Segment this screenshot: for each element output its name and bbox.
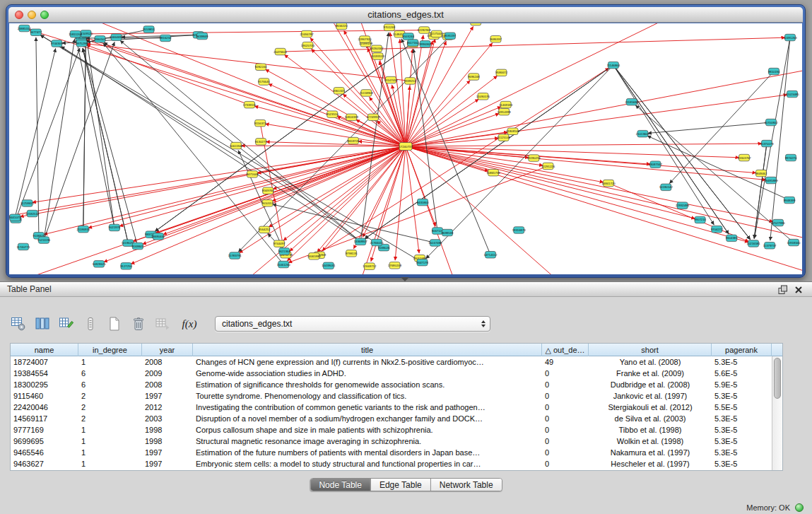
svg-text:9696248: 9696248: [468, 75, 480, 78]
table-row[interactable]: 2242004622012Investigating the contribut…: [11, 402, 772, 413]
window-titlebar[interactable]: citations_edges.txt: [8, 7, 803, 23]
table-panel: Table Panel f(x): [0, 281, 812, 514]
close-panel-icon[interactable]: [794, 285, 804, 295]
svg-text:20593519: 20593519: [371, 54, 385, 58]
svg-text:14065980: 14065980: [307, 255, 322, 258]
svg-text:17339111: 17339111: [243, 103, 257, 107]
svg-text:15061260: 15061260: [277, 263, 291, 267]
scrollbar-thumb[interactable]: [774, 358, 781, 399]
svg-text:12282909: 12282909: [418, 28, 432, 32]
column-header-short[interactable]: short: [589, 344, 712, 356]
column-header-title[interactable]: title: [193, 344, 542, 356]
svg-text:12527996: 12527996: [771, 221, 785, 225]
row-options-icon[interactable]: [82, 315, 99, 332]
table-cell-title: Disruption of a novel member of a sodium…: [193, 413, 542, 424]
column-header-in_degree[interactable]: in_degree: [78, 344, 142, 356]
table-cell-name: 18300295: [11, 379, 78, 390]
svg-text:9907210: 9907210: [694, 218, 706, 221]
svg-text:9378613: 9378613: [470, 23, 482, 24]
show-columns-icon[interactable]: [34, 315, 51, 332]
svg-text:9974270: 9974270: [785, 156, 797, 160]
column-header-filler: [772, 344, 782, 356]
table-row[interactable]: 946362711997Embryonic stem cells: a mode…: [11, 458, 772, 469]
table-cell-year: 2003: [142, 413, 193, 424]
table-row[interactable]: 1938455462009Genome-wide association stu…: [11, 368, 772, 379]
table-row[interactable]: 1872400712008Changes of HCN gene express…: [11, 356, 772, 368]
svg-text:15783791: 15783791: [228, 254, 242, 257]
create-column-icon[interactable]: [106, 315, 123, 332]
svg-text:9798135: 9798135: [346, 252, 358, 255]
table-vertical-scrollbar[interactable]: [772, 356, 782, 470]
svg-text:12749919: 12749919: [366, 115, 380, 119]
svg-text:21186916: 21186916: [76, 228, 90, 231]
svg-text:15811204: 15811204: [69, 33, 82, 36]
tab-node-table[interactable]: Node Table: [310, 479, 370, 491]
column-header-year[interactable]: year: [142, 344, 193, 356]
delete-column-icon[interactable]: [130, 315, 147, 332]
table-cell-year: 1998: [142, 436, 193, 447]
table-cell-short: Dudbridge et al. (2008): [589, 379, 712, 390]
svg-text:19260567: 19260567: [370, 47, 384, 50]
tab-edge-table[interactable]: Edge Table: [370, 479, 430, 491]
table-row[interactable]: 977716911998Corpus callosum shape and si…: [11, 424, 772, 436]
column-header-out_degree[interactable]: △ out_de…: [542, 344, 589, 356]
table-row[interactable]: 1830029562008Estimation of significance …: [11, 379, 772, 390]
svg-text:9996362: 9996362: [419, 42, 431, 46]
edit-columns-icon[interactable]: [58, 315, 75, 332]
import-table-icon[interactable]: [154, 315, 171, 332]
svg-text:9347178: 9347178: [416, 261, 428, 264]
svg-text:9744497: 9744497: [273, 242, 286, 245]
table-cell-name: 9115460: [11, 390, 78, 402]
table-cell-short: Stergiakouli et al. (2012): [589, 402, 712, 413]
table-row[interactable]: 969969511998Structural magnetic resonanc…: [11, 436, 772, 447]
table-cell-pagerank: 5.5E-5: [712, 402, 772, 413]
fx-label: f(x): [182, 318, 197, 330]
svg-text:22932496: 22932496: [676, 204, 690, 207]
network-canvas[interactable]: 1724073719012482176802081266971297981351…: [9, 23, 802, 274]
svg-text:10828625: 10828625: [92, 262, 106, 266]
svg-text:23885554: 23885554: [18, 27, 32, 30]
table-row[interactable]: 946554611997Estimation of the future num…: [11, 447, 772, 458]
svg-text:9564252: 9564252: [259, 228, 271, 231]
table-cell-year: 2009: [142, 368, 193, 379]
svg-text:11090576: 11090576: [476, 95, 490, 98]
node-table: namein_degreeyeartitle△ out_de…shortpage…: [10, 343, 783, 471]
svg-text:13303767: 13303767: [737, 156, 751, 160]
svg-text:9523510: 9523510: [326, 112, 339, 116]
column-header-name[interactable]: name: [11, 344, 78, 356]
table-cell-short: Jankovic et al. (1997): [589, 390, 712, 402]
svg-text:14714112: 14714112: [484, 253, 498, 257]
table-cell-out_degree: 0: [542, 447, 589, 458]
table-mode-icon[interactable]: [10, 315, 27, 332]
memory-status-label: Memory: OK: [746, 503, 790, 512]
table-cell-year: 2008: [142, 379, 193, 390]
function-builder-icon[interactable]: f(x): [178, 315, 201, 332]
table-header-row: namein_degreeyeartitle△ out_de…shortpage…: [11, 344, 782, 356]
svg-text:9810194: 9810194: [768, 70, 780, 74]
svg-text:22867926: 22867926: [358, 37, 372, 41]
table-cell-in_degree: 2: [78, 402, 142, 413]
table-cell-name: 9699695: [11, 436, 78, 447]
svg-text:19280256: 19280256: [527, 156, 541, 160]
column-header-pagerank[interactable]: pagerank: [712, 344, 772, 356]
table-row[interactable]: 911546021997Tourette syndrome. Phenomeno…: [11, 390, 772, 402]
network-table-selector[interactable]: citations_edges.txt: [215, 316, 490, 332]
float-panel-icon[interactable]: [778, 285, 788, 295]
tab-network-table[interactable]: Network Table: [430, 479, 502, 491]
svg-text:11740771: 11740771: [16, 245, 30, 249]
citation-network-graph[interactable]: 1724073719012482176802081266971297981351…: [9, 23, 802, 274]
svg-text:13147054: 13147054: [384, 78, 398, 82]
svg-text:15370078: 15370078: [760, 142, 774, 146]
table-tabs: Node TableEdge TableNetwork Table: [310, 478, 502, 491]
svg-text:9698538: 9698538: [442, 231, 454, 235]
table-cell-title: Estimation of the future numbers of pati…: [193, 447, 542, 458]
table-row[interactable]: 1456911722003Disruption of a novel membe…: [11, 413, 772, 424]
table-cell-in_degree: 2: [78, 413, 142, 424]
svg-text:11146864: 11146864: [607, 64, 620, 67]
svg-text:10216581: 10216581: [747, 242, 761, 245]
svg-text:21766015: 21766015: [370, 241, 384, 245]
table-cell-title: Changes of HCN gene expression and I(f) …: [193, 356, 542, 368]
table-cell-out_degree: 0: [542, 413, 589, 424]
table-cell-pagerank: 5.6E-5: [712, 368, 772, 379]
svg-text:19020740: 19020740: [301, 44, 315, 47]
